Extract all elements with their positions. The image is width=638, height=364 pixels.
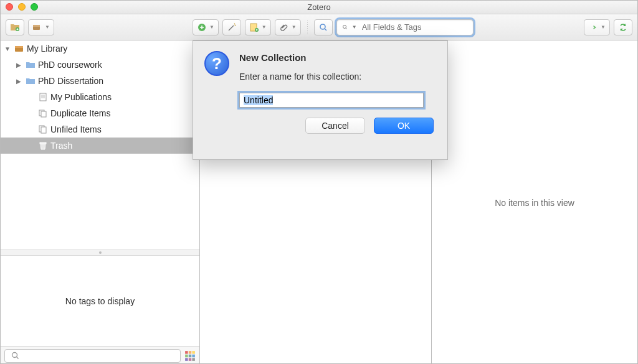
- note-plus-icon: [249, 22, 259, 32]
- dialog-message: Enter a name for this collection:: [239, 72, 436, 82]
- tag-selector-menu-icon[interactable]: [184, 350, 196, 362]
- tag-filter-bar: [1, 346, 199, 364]
- tree-row-duplicate-items[interactable]: Duplicate Items: [1, 105, 199, 121]
- ok-button[interactable]: OK: [374, 118, 434, 134]
- splitter-handle[interactable]: [1, 250, 199, 256]
- magnifier-icon: [318, 22, 328, 32]
- svg-rect-25: [192, 358, 195, 361]
- magnifier-icon: [342, 22, 348, 32]
- chevron-down-icon[interactable]: ▼: [352, 24, 357, 30]
- tag-selector: No tags to display: [1, 256, 199, 346]
- add-by-identifier-button[interactable]: [222, 19, 241, 35]
- new-collection-button[interactable]: [6, 19, 24, 35]
- svg-rect-15: [40, 142, 46, 144]
- sync-icon: [618, 22, 628, 32]
- close-window-button[interactable]: [6, 3, 13, 11]
- chevron-down-icon: ▼: [209, 24, 214, 30]
- window-title: Zotero: [307, 2, 331, 12]
- tree-row-label: PhD coursework: [38, 60, 102, 70]
- new-item-button[interactable]: ▼: [193, 19, 219, 35]
- new-collection-dialog: ? New Collection Enter a name for this c…: [193, 40, 448, 160]
- svg-point-6: [320, 24, 325, 29]
- chevron-down-icon: ▼: [45, 24, 50, 30]
- svg-rect-2: [33, 25, 40, 27]
- question-icon: ?: [204, 51, 229, 76]
- search-input[interactable]: [361, 22, 468, 32]
- tree-row-label: Trash: [50, 141, 72, 151]
- window-controls: [6, 3, 38, 11]
- svg-rect-9: [15, 46, 23, 48]
- chevron-down-icon: ▼: [601, 24, 606, 30]
- svg-rect-12: [41, 111, 46, 117]
- svg-rect-10: [40, 93, 46, 101]
- tree-row-trash[interactable]: Trash: [1, 138, 199, 154]
- item-pane: No items in this view: [432, 40, 637, 364]
- svg-rect-19: [192, 351, 195, 354]
- plus-circle-icon: [197, 22, 207, 32]
- collection-tree[interactable]: ▼ My Library ▶ PhD coursework ▶ PhD Diss…: [1, 40, 199, 250]
- arrow-right-icon: [588, 22, 598, 32]
- disclosure-triangle-icon[interactable]: ▶: [14, 62, 23, 68]
- tree-row-my-library[interactable]: ▼ My Library: [1, 40, 199, 57]
- svg-rect-14: [41, 127, 46, 133]
- tags-empty-label: No tags to display: [65, 296, 135, 306]
- svg-rect-22: [192, 354, 195, 357]
- tag-filter-input[interactable]: [4, 349, 181, 363]
- trash-icon: [38, 141, 48, 151]
- disclosure-triangle-icon[interactable]: ▶: [14, 78, 23, 85]
- svg-rect-23: [185, 358, 188, 361]
- disclosure-triangle-icon[interactable]: ▼: [3, 45, 12, 52]
- chevron-down-icon: ▼: [292, 24, 297, 30]
- zoom-window-button[interactable]: [31, 3, 38, 11]
- locate-button[interactable]: ▼: [584, 19, 610, 35]
- search-field[interactable]: ▼: [336, 19, 474, 35]
- svg-rect-18: [189, 351, 192, 354]
- advanced-search-button[interactable]: [314, 19, 333, 35]
- folder-plus-icon: [10, 22, 20, 32]
- box-plus-icon: [32, 22, 42, 32]
- toolbar: ▼ ▼ ▼ ▼ ▼ ▼: [1, 14, 637, 40]
- chevron-down-icon: ▼: [262, 24, 267, 30]
- library-icon: [14, 44, 24, 54]
- add-attachment-button[interactable]: ▼: [275, 19, 301, 35]
- tree-row-label: Unfiled Items: [50, 124, 102, 134]
- collection-name-input[interactable]: [239, 93, 424, 108]
- new-library-button[interactable]: ▼: [28, 19, 54, 35]
- tree-row-label: My Library: [27, 44, 67, 54]
- svg-rect-20: [185, 354, 188, 357]
- sync-button[interactable]: [614, 19, 632, 35]
- svg-rect-17: [185, 351, 188, 354]
- document-icon: [38, 92, 48, 102]
- tree-row-collection[interactable]: ▶ PhD Dissertation: [1, 73, 199, 89]
- duplicate-icon: [38, 108, 48, 118]
- tree-row-label: Duplicate Items: [50, 108, 110, 118]
- tree-row-label: My Publications: [50, 92, 112, 102]
- minimize-window-button[interactable]: [18, 3, 26, 11]
- item-pane-empty-label: No items in this view: [495, 198, 574, 208]
- folder-icon: [26, 76, 36, 86]
- unfiled-icon: [38, 124, 48, 134]
- svg-rect-24: [189, 358, 192, 361]
- titlebar: Zotero: [1, 1, 637, 14]
- sidebar: ▼ My Library ▶ PhD coursework ▶ PhD Diss…: [1, 40, 200, 364]
- folder-icon: [26, 60, 36, 70]
- wand-icon: [227, 22, 237, 32]
- tree-row-my-publications[interactable]: My Publications: [1, 89, 199, 105]
- svg-point-7: [343, 25, 346, 28]
- new-note-button[interactable]: ▼: [245, 19, 271, 35]
- dialog-title: New Collection: [239, 52, 436, 63]
- tree-row-label: PhD Dissertation: [38, 76, 103, 86]
- toolbar-separator: [307, 21, 308, 34]
- tree-row-collection[interactable]: ▶ PhD coursework: [1, 57, 199, 73]
- paperclip-icon: [279, 22, 289, 32]
- tree-row-unfiled-items[interactable]: Unfiled Items: [1, 121, 199, 138]
- cancel-button[interactable]: Cancel: [305, 118, 365, 134]
- svg-rect-21: [189, 354, 192, 357]
